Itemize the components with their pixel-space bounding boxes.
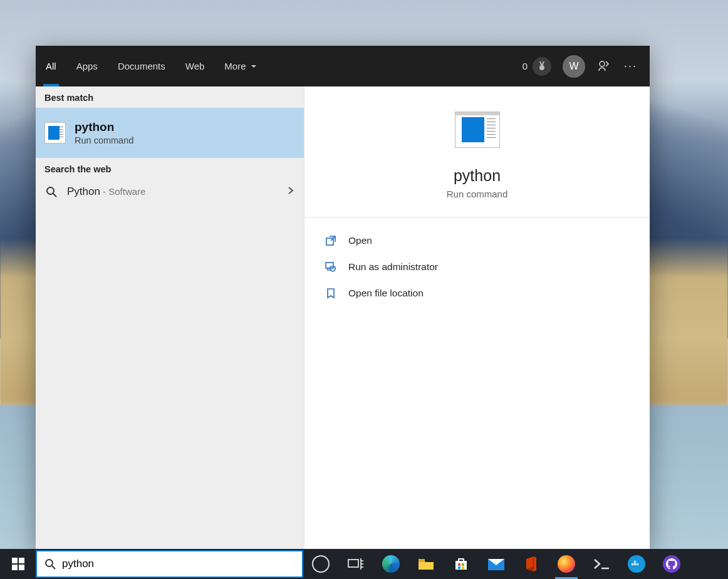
svg-rect-15 bbox=[462, 563, 464, 566]
detail-app-icon bbox=[455, 112, 500, 148]
tab-all[interactable]: All bbox=[36, 46, 66, 86]
feedback-icon[interactable] bbox=[596, 60, 610, 73]
tab-web[interactable]: Web bbox=[175, 46, 215, 86]
circle-icon bbox=[312, 555, 330, 573]
firefox-icon bbox=[558, 555, 575, 573]
taskbar-app-docker[interactable] bbox=[619, 549, 654, 579]
result-detail-pane: python Run command Open Run as administr… bbox=[304, 86, 650, 549]
github-icon bbox=[663, 555, 680, 573]
action-open[interactable]: Open bbox=[322, 229, 632, 253]
action-run-admin[interactable]: Run as administrator bbox=[322, 255, 632, 279]
avatar-letter: W bbox=[569, 61, 578, 72]
best-match-subtitle: Run command bbox=[75, 135, 133, 145]
edge-icon bbox=[382, 555, 400, 573]
search-scope-tabs: All Apps Documents Web More 0 W bbox=[36, 46, 650, 86]
chevron-down-icon bbox=[250, 63, 257, 70]
taskbar-app-mail[interactable] bbox=[479, 549, 514, 579]
svg-rect-14 bbox=[458, 563, 460, 566]
rewards-count: 0 bbox=[523, 61, 528, 71]
best-match-result[interactable]: python Run command bbox=[36, 108, 304, 158]
tab-documents[interactable]: Documents bbox=[108, 46, 175, 86]
options-button[interactable]: ··· bbox=[621, 60, 640, 73]
svg-point-1 bbox=[600, 61, 605, 66]
svg-point-2 bbox=[47, 187, 54, 194]
tab-label: All bbox=[46, 61, 56, 71]
medal-icon bbox=[533, 57, 551, 76]
web-term: Python bbox=[67, 185, 100, 197]
action-open-location[interactable]: Open file location bbox=[322, 281, 632, 305]
action-label: Open file location bbox=[348, 288, 424, 299]
taskbar-search-box[interactable] bbox=[36, 550, 303, 578]
search-icon bbox=[44, 558, 56, 570]
detail-subtitle: Run command bbox=[447, 189, 508, 199]
taskbar-app-github[interactable] bbox=[654, 549, 689, 579]
svg-line-3 bbox=[53, 194, 56, 197]
search-input[interactable] bbox=[62, 558, 294, 570]
cortana-button[interactable] bbox=[303, 549, 338, 579]
best-match-title: python bbox=[75, 120, 133, 134]
web-suffix: - Software bbox=[100, 186, 146, 197]
svg-rect-13 bbox=[419, 559, 425, 562]
search-results-panel: All Apps Documents Web More 0 W bbox=[36, 46, 650, 549]
action-label: Open bbox=[348, 235, 372, 246]
user-avatar[interactable]: W bbox=[563, 55, 585, 78]
taskbar-app-firefox[interactable] bbox=[549, 549, 584, 579]
taskbar-app-terminal[interactable] bbox=[584, 549, 619, 579]
svg-point-6 bbox=[46, 560, 53, 566]
svg-rect-5 bbox=[326, 263, 333, 268]
svg-rect-8 bbox=[348, 560, 358, 567]
docker-icon bbox=[628, 555, 645, 573]
best-match-heading: Best match bbox=[36, 86, 304, 108]
results-list: Best match python Run command Search the… bbox=[36, 86, 304, 549]
svg-rect-21 bbox=[634, 563, 636, 565]
tab-apps[interactable]: Apps bbox=[66, 46, 108, 86]
tab-label: Web bbox=[185, 61, 205, 71]
start-button[interactable] bbox=[0, 549, 36, 579]
rewards-button[interactable]: 0 bbox=[523, 57, 551, 76]
svg-rect-22 bbox=[637, 563, 638, 565]
task-view-icon bbox=[348, 557, 364, 571]
svg-line-7 bbox=[52, 566, 55, 569]
svg-rect-23 bbox=[634, 561, 636, 563]
taskbar-app-explorer[interactable] bbox=[408, 549, 444, 579]
taskbar-app-office[interactable] bbox=[514, 549, 549, 579]
web-result[interactable]: Python - Software bbox=[36, 179, 304, 204]
svg-rect-20 bbox=[632, 563, 633, 565]
taskbar-app-edge[interactable] bbox=[373, 549, 408, 579]
folder-icon bbox=[417, 556, 435, 571]
task-view-button[interactable] bbox=[338, 549, 373, 579]
taskbar-app-store[interactable] bbox=[444, 549, 479, 579]
web-result-text: Python - Software bbox=[67, 185, 145, 198]
search-web-heading: Search the web bbox=[36, 158, 304, 179]
svg-point-0 bbox=[539, 65, 544, 70]
windows-logo-icon bbox=[12, 558, 24, 570]
desktop: All Apps Documents Web More 0 W bbox=[0, 0, 728, 579]
chevron-right-icon bbox=[286, 186, 295, 197]
svg-rect-17 bbox=[462, 566, 464, 569]
run-command-icon bbox=[44, 122, 66, 143]
folder-location-icon bbox=[325, 287, 337, 300]
office-icon bbox=[524, 555, 539, 573]
tab-label: Documents bbox=[118, 61, 165, 71]
admin-shield-icon bbox=[325, 261, 337, 273]
tab-label: Apps bbox=[76, 61, 98, 71]
tab-label: More bbox=[224, 61, 246, 71]
store-icon bbox=[453, 556, 469, 572]
tab-more[interactable]: More bbox=[214, 46, 267, 86]
search-icon bbox=[44, 186, 58, 197]
action-label: Run as administrator bbox=[348, 261, 438, 273]
svg-rect-16 bbox=[458, 566, 460, 569]
taskbar bbox=[0, 549, 728, 579]
mail-icon bbox=[487, 556, 506, 571]
open-icon bbox=[325, 234, 337, 247]
detail-title: python bbox=[454, 167, 501, 185]
terminal-icon bbox=[593, 557, 610, 571]
